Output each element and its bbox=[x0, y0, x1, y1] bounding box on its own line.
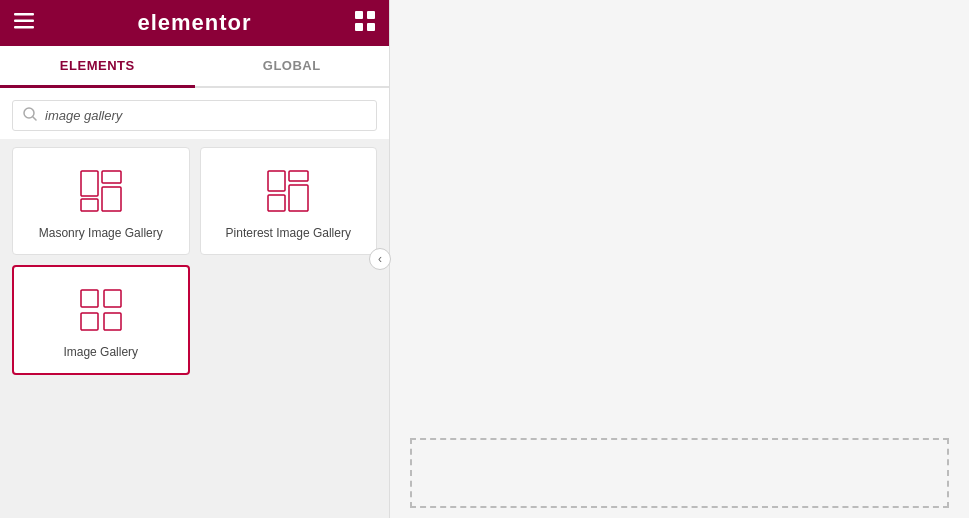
elementor-logo: elementor bbox=[137, 10, 251, 36]
grid-gallery-icon bbox=[76, 285, 126, 335]
svg-rect-19 bbox=[81, 313, 98, 330]
svg-rect-0 bbox=[14, 13, 34, 16]
svg-rect-12 bbox=[102, 187, 121, 211]
widget-card-masonry-image-gallery[interactable]: Masonry Image Gallery bbox=[12, 147, 190, 255]
tab-elements[interactable]: ELEMENTS bbox=[0, 46, 195, 88]
svg-rect-1 bbox=[14, 19, 34, 22]
tabs: ELEMENTS GLOBAL bbox=[0, 46, 389, 88]
drop-zone bbox=[410, 438, 949, 508]
svg-rect-6 bbox=[367, 23, 375, 31]
svg-rect-13 bbox=[268, 171, 285, 191]
search-container bbox=[0, 88, 389, 139]
main-canvas bbox=[390, 0, 969, 518]
masonry-gallery-icon bbox=[76, 166, 126, 216]
tab-global[interactable]: GLOBAL bbox=[195, 46, 390, 88]
sidebar-header: elementor bbox=[0, 0, 389, 46]
masonry-gallery-label: Masonry Image Gallery bbox=[39, 226, 163, 240]
svg-rect-18 bbox=[104, 290, 121, 307]
search-icon bbox=[23, 107, 37, 124]
svg-line-8 bbox=[33, 117, 36, 120]
svg-rect-4 bbox=[367, 11, 375, 19]
image-gallery-label: Image Gallery bbox=[63, 345, 138, 359]
search-box bbox=[12, 100, 377, 131]
svg-rect-11 bbox=[102, 171, 121, 183]
svg-rect-16 bbox=[289, 185, 308, 211]
widget-card-pinterest-image-gallery[interactable]: Pinterest Image Gallery bbox=[200, 147, 378, 255]
collapse-sidebar-button[interactable]: ‹ bbox=[369, 248, 391, 270]
svg-rect-17 bbox=[81, 290, 98, 307]
svg-rect-15 bbox=[289, 171, 308, 181]
grid-icon[interactable] bbox=[355, 11, 375, 36]
pinterest-gallery-label: Pinterest Image Gallery bbox=[226, 226, 351, 240]
svg-rect-9 bbox=[81, 171, 98, 196]
svg-rect-3 bbox=[355, 11, 363, 19]
sidebar: elementor ELEMENTS GLOBAL bbox=[0, 0, 390, 518]
svg-rect-2 bbox=[14, 26, 34, 29]
svg-rect-10 bbox=[81, 199, 98, 211]
svg-rect-5 bbox=[355, 23, 363, 31]
svg-rect-20 bbox=[104, 313, 121, 330]
svg-rect-14 bbox=[268, 195, 285, 211]
search-input[interactable] bbox=[45, 108, 366, 123]
widgets-grid: Masonry Image Gallery Pinterest Image Ga… bbox=[0, 139, 389, 518]
pinterest-gallery-icon bbox=[263, 166, 313, 216]
widget-card-image-gallery[interactable]: Image Gallery bbox=[12, 265, 190, 375]
hamburger-icon[interactable] bbox=[14, 13, 34, 34]
